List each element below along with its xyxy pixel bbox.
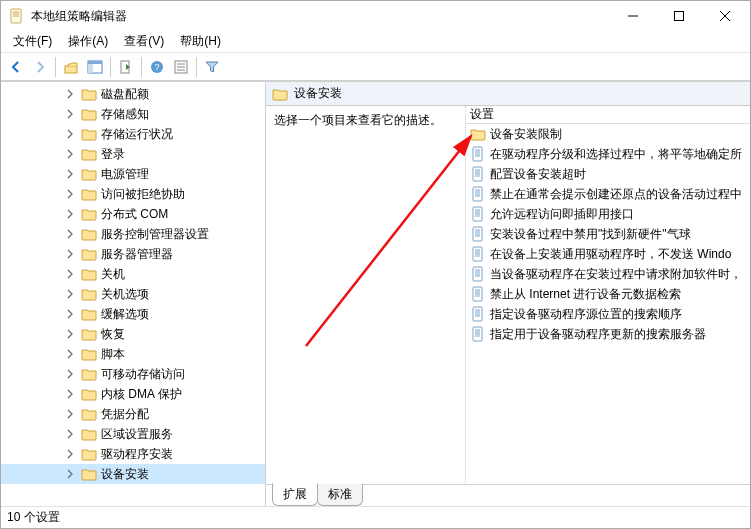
- filter-button[interactable]: [201, 56, 223, 78]
- folder-icon: [81, 386, 97, 402]
- list-row-policy[interactable]: 安装设备过程中禁用"找到新硬件"气球: [466, 224, 750, 244]
- menu-view[interactable]: 查看(V): [116, 31, 172, 52]
- details-body: 选择一个项目来查看它的描述。 设置 设备安装限制在驱动程序分级和选择过程中，将平…: [266, 106, 750, 484]
- tree-item[interactable]: 服务器管理器: [1, 244, 265, 264]
- policy-icon: [470, 266, 486, 282]
- tree-pane[interactable]: 磁盘配额存储感知存储运行状况登录电源管理访问被拒绝协助分布式 COM服务控制管理…: [1, 82, 266, 506]
- tree-item[interactable]: 存储运行状况: [1, 124, 265, 144]
- list-header[interactable]: 设置: [466, 106, 750, 124]
- tree-item-label: 设备安装: [101, 466, 149, 483]
- tree-item[interactable]: 缓解选项: [1, 304, 265, 324]
- chevron-right-icon: [65, 109, 75, 119]
- folder-icon: [81, 466, 97, 482]
- policy-icon: [470, 226, 486, 242]
- list-row-label: 禁止在通常会提示创建还原点的设备活动过程中: [490, 186, 742, 203]
- tab-extended[interactable]: 扩展: [272, 483, 318, 506]
- maximize-button[interactable]: [656, 1, 702, 31]
- description-prompt: 选择一个项目来查看它的描述。: [274, 112, 457, 129]
- tree-item-label: 脚本: [101, 346, 125, 363]
- tree-item[interactable]: 服务控制管理器设置: [1, 224, 265, 244]
- list-row-label: 允许远程访问即插即用接口: [490, 206, 634, 223]
- menu-bar: 文件(F) 操作(A) 查看(V) 帮助(H): [1, 31, 750, 53]
- tree-item[interactable]: 内核 DMA 保护: [1, 384, 265, 404]
- policy-icon: [470, 146, 486, 162]
- svg-rect-11: [88, 64, 93, 73]
- tree-item[interactable]: 访问被拒绝协助: [1, 184, 265, 204]
- description-column: 选择一个项目来查看它的描述。: [266, 106, 466, 484]
- tree-item[interactable]: 电源管理: [1, 164, 265, 184]
- chevron-right-icon: [65, 329, 75, 339]
- list-header-settings: 设置: [470, 106, 494, 123]
- tree-item-label: 登录: [101, 146, 125, 163]
- policy-icon: [470, 306, 486, 322]
- help-button[interactable]: ?: [146, 56, 168, 78]
- tree-item-label: 电源管理: [101, 166, 149, 183]
- chevron-right-icon: [65, 249, 75, 259]
- chevron-right-icon: [65, 209, 75, 219]
- list-row-policy[interactable]: 在驱动程序分级和选择过程中，将平等地确定所: [466, 144, 750, 164]
- list-row-policy[interactable]: 禁止从 Internet 进行设备元数据检索: [466, 284, 750, 304]
- export-button[interactable]: [115, 56, 137, 78]
- tree-item[interactable]: 关机: [1, 264, 265, 284]
- bottom-tabs: 扩展 标准: [266, 484, 750, 506]
- chevron-right-icon: [65, 89, 75, 99]
- up-button[interactable]: [60, 56, 82, 78]
- properties-button[interactable]: [170, 56, 192, 78]
- tree-item[interactable]: 存储感知: [1, 104, 265, 124]
- close-button[interactable]: [702, 1, 748, 31]
- svg-text:?: ?: [154, 62, 159, 72]
- list-row-policy[interactable]: 指定用于设备驱动程序更新的搜索服务器: [466, 324, 750, 344]
- list-row-policy[interactable]: 当设备驱动程序在安装过程中请求附加软件时，: [466, 264, 750, 284]
- tree-item-label: 服务控制管理器设置: [101, 226, 209, 243]
- list-row-label: 当设备驱动程序在安装过程中请求附加软件时，: [490, 266, 742, 283]
- forward-button[interactable]: [29, 56, 51, 78]
- toolbar-separator: [55, 57, 56, 77]
- tab-standard[interactable]: 标准: [317, 484, 363, 506]
- tree-item[interactable]: 关机选项: [1, 284, 265, 304]
- chevron-right-icon: [65, 429, 75, 439]
- folder-icon: [81, 366, 97, 382]
- back-button[interactable]: [5, 56, 27, 78]
- tree-item-label: 存储感知: [101, 106, 149, 123]
- folder-icon: [81, 446, 97, 462]
- title-bar: 本地组策略编辑器: [1, 1, 750, 31]
- list-row-policy[interactable]: 禁止在通常会提示创建还原点的设备活动过程中: [466, 184, 750, 204]
- toolbar: ?: [1, 53, 750, 81]
- tree-item[interactable]: 登录: [1, 144, 265, 164]
- chevron-right-icon: [65, 449, 75, 459]
- tree-item[interactable]: 磁盘配额: [1, 84, 265, 104]
- tree-item[interactable]: 区域设置服务: [1, 424, 265, 444]
- tree-item-label: 缓解选项: [101, 306, 149, 323]
- folder-icon: [81, 186, 97, 202]
- menu-help[interactable]: 帮助(H): [172, 31, 229, 52]
- list-row-policy[interactable]: 配置设备安装超时: [466, 164, 750, 184]
- list-row-label: 设备安装限制: [490, 126, 562, 143]
- list-rows[interactable]: 设备安装限制在驱动程序分级和选择过程中，将平等地确定所配置设备安装超时禁止在通常…: [466, 124, 750, 484]
- main-area: 磁盘配额存储感知存储运行状况登录电源管理访问被拒绝协助分布式 COM服务控制管理…: [1, 81, 750, 506]
- folder-icon: [81, 246, 97, 262]
- list-row-policy[interactable]: 允许远程访问即插即用接口: [466, 204, 750, 224]
- tree-item[interactable]: 设备安装: [1, 464, 265, 484]
- chevron-right-icon: [65, 349, 75, 359]
- list-row-policy[interactable]: 在设备上安装通用驱动程序时，不发送 Windo: [466, 244, 750, 264]
- chevron-right-icon: [65, 369, 75, 379]
- folder-icon: [272, 86, 288, 102]
- folder-icon: [81, 346, 97, 362]
- tree-item[interactable]: 驱动程序安装: [1, 444, 265, 464]
- minimize-button[interactable]: [610, 1, 656, 31]
- tree-item[interactable]: 恢复: [1, 324, 265, 344]
- settings-list: 设置 设备安装限制在驱动程序分级和选择过程中，将平等地确定所配置设备安装超时禁止…: [466, 106, 750, 484]
- tree-item[interactable]: 分布式 COM: [1, 204, 265, 224]
- menu-file[interactable]: 文件(F): [5, 31, 60, 52]
- tree-item[interactable]: 脚本: [1, 344, 265, 364]
- tree-item[interactable]: 凭据分配: [1, 404, 265, 424]
- list-row-folder[interactable]: 设备安装限制: [466, 124, 750, 144]
- menu-action[interactable]: 操作(A): [60, 31, 116, 52]
- folder-icon: [81, 146, 97, 162]
- tree-item[interactable]: 可移动存储访问: [1, 364, 265, 384]
- tree-item-label: 内核 DMA 保护: [101, 386, 182, 403]
- folder-icon: [81, 226, 97, 242]
- tree-item-label: 磁盘配额: [101, 86, 149, 103]
- list-row-policy[interactable]: 指定设备驱动程序源位置的搜索顺序: [466, 304, 750, 324]
- show-hide-tree-button[interactable]: [84, 56, 106, 78]
